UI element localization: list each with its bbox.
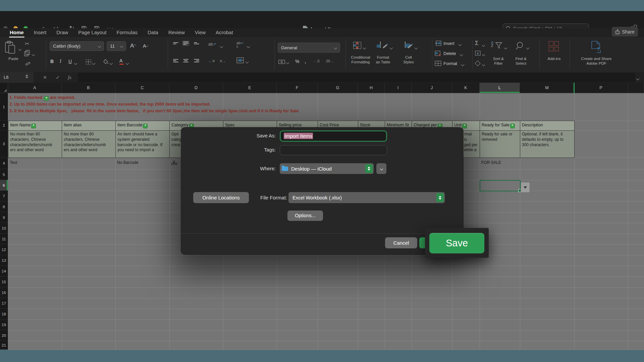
cell-styles-chevron-icon[interactable] <box>415 45 417 51</box>
row-header-17[interactable]: 17 <box>0 298 8 309</box>
cut-icon[interactable]: ✂ <box>25 41 29 47</box>
align-middle-icon[interactable] <box>182 41 190 46</box>
hint-cell-C[interactable]: An item should have asystem generatedbar… <box>115 130 170 158</box>
hint-cell-B[interactable]: No more than 80characters. Chinesecharac… <box>62 130 116 158</box>
font-name-select[interactable]: Calibri (Body) <box>50 41 104 51</box>
orientation-icon[interactable]: ab↗ <box>208 42 216 47</box>
tab-draw[interactable]: Draw <box>51 28 73 38</box>
tab-review[interactable]: Review <box>163 28 190 38</box>
autosum-chevron-icon[interactable] <box>482 43 485 49</box>
insert-cells-icon[interactable] <box>435 41 441 47</box>
select-all-corner[interactable] <box>0 83 8 93</box>
formula-bar-chevron-icon[interactable] <box>637 76 639 82</box>
clear-icon[interactable] <box>475 61 481 66</box>
row-header-10[interactable]: 10 <box>0 223 8 234</box>
number-format-select[interactable]: General <box>278 43 340 53</box>
tab-acrobat[interactable]: Acrobat <box>211 28 238 38</box>
decrease-decimal-icon[interactable]: .00→ <box>325 59 333 63</box>
filename-input[interactable]: Import Items <box>280 130 387 142</box>
header-cell-C[interactable]: Item Barcode* <box>115 121 170 131</box>
column-header-D[interactable]: D <box>169 83 223 93</box>
sort-filter-icon[interactable]: AZ <box>491 41 493 47</box>
paste-chevron-icon[interactable] <box>19 47 21 53</box>
column-header-partial[interactable] <box>628 83 644 93</box>
fill-color-icon[interactable] <box>103 59 109 66</box>
increase-indent-icon[interactable]: ≡→ <box>220 59 226 63</box>
filter-funnel-icon[interactable] <box>495 42 502 51</box>
bold-button[interactable]: B <box>50 59 54 64</box>
fill-chevron-icon[interactable] <box>482 52 485 58</box>
font-color-chevron-icon[interactable] <box>126 61 128 67</box>
merge-center-chevron-icon[interactable] <box>246 59 248 65</box>
font-size-select[interactable]: 11 <box>107 41 126 51</box>
row-header-3[interactable]: 3 <box>0 130 8 158</box>
increase-font-size-button[interactable]: A <box>130 43 136 49</box>
sort-filter-chevron-icon[interactable] <box>504 45 507 51</box>
add-ins-icon[interactable] <box>549 41 559 51</box>
format-painter-icon[interactable] <box>25 60 31 67</box>
header-cell-L[interactable]: Ready for Sale* <box>480 121 520 131</box>
row-header-19[interactable]: 19 <box>0 319 8 330</box>
header-cell-B[interactable]: Item alias <box>62 121 116 131</box>
conditional-formatting-chevron-icon[interactable] <box>363 45 366 51</box>
row-header-13[interactable]: 13 <box>0 255 8 266</box>
format-cells-icon[interactable] <box>435 61 441 67</box>
format-as-table-icon[interactable] <box>380 42 381 48</box>
tags-input[interactable] <box>280 145 387 155</box>
tab-insert[interactable]: Insert <box>29 28 52 38</box>
borders-icon[interactable] <box>86 59 91 65</box>
row-header-14[interactable]: 14 <box>0 266 8 277</box>
align-top-icon[interactable] <box>172 41 179 45</box>
save-button[interactable]: Save <box>429 233 484 253</box>
row-header-16[interactable]: 16 <box>0 287 8 298</box>
increase-decimal-icon[interactable]: ←.0 <box>313 59 319 63</box>
conditional-formatting-icon[interactable] <box>353 42 361 49</box>
selected-cell-L6[interactable] <box>480 180 521 191</box>
comma-style-icon[interactable]: , <box>305 58 306 65</box>
tab-data[interactable]: Data <box>143 28 163 38</box>
delete-cells-label[interactable]: Delete <box>443 51 456 56</box>
row-header-20[interactable]: 20 <box>0 330 8 341</box>
cancel-button[interactable]: Cancel <box>385 237 417 248</box>
formula-input[interactable] <box>78 73 635 82</box>
italic-button[interactable]: I <box>60 59 61 64</box>
find-select-chevron-icon[interactable] <box>527 45 529 51</box>
insert-cells-label[interactable]: Insert <box>443 41 454 46</box>
column-header-I[interactable]: I <box>385 83 412 93</box>
column-header-M[interactable]: M <box>520 83 574 93</box>
merge-center-icon[interactable] <box>236 57 244 65</box>
confirm-entry-icon[interactable]: ✓ <box>56 72 60 83</box>
delete-cells-icon[interactable] <box>435 51 441 57</box>
hint-cell-A[interactable]: No more than 80characters. Chinesecharac… <box>8 130 62 158</box>
row-header-5[interactable]: 5 <box>0 169 8 180</box>
copy-chevron-icon[interactable] <box>32 52 35 58</box>
row-header-7[interactable]: 7 <box>0 191 8 201</box>
borders-chevron-icon[interactable] <box>93 61 95 67</box>
wrap-text-icon[interactable]: ab↩c <box>236 41 244 48</box>
row-header-12[interactable]: 12 <box>0 244 8 255</box>
paste-button[interactable] <box>5 41 16 57</box>
data-cell-L[interactable]: FOR SALE <box>480 158 520 169</box>
header-cell-A[interactable]: Item Name* <box>8 121 62 131</box>
column-header-H[interactable]: H <box>358 83 385 93</box>
delete-chevron-icon[interactable] <box>460 53 463 58</box>
hint-cell-M[interactable]: Optional, if left blank, itdefaults to e… <box>520 130 575 158</box>
accounting-format-icon[interactable] <box>278 59 285 65</box>
accounting-chevron-icon[interactable] <box>286 60 289 66</box>
row-header-8[interactable]: 8 <box>0 201 8 212</box>
name-box-spinner-icon[interactable] <box>25 74 28 78</box>
column-header-A[interactable]: A <box>8 83 62 93</box>
format-as-table-chevron-icon[interactable] <box>390 45 392 51</box>
underline-button[interactable]: U <box>68 59 72 64</box>
column-header-J[interactable]: J <box>412 83 452 93</box>
row-header-15[interactable]: 15 <box>0 277 8 287</box>
column-header-B[interactable]: B <box>62 83 115 93</box>
find-select-icon[interactable] <box>516 41 525 51</box>
tab-view[interactable]: View <box>190 28 211 38</box>
expand-dialog-button[interactable] <box>376 163 386 174</box>
fill-color-chevron-icon[interactable] <box>110 61 112 67</box>
row-header-2[interactable]: 2 <box>0 121 8 130</box>
underline-chevron-icon[interactable] <box>74 61 77 67</box>
data-validation-dropdown-button[interactable] <box>521 182 530 193</box>
wrap-text-chevron-icon[interactable] <box>247 44 250 50</box>
